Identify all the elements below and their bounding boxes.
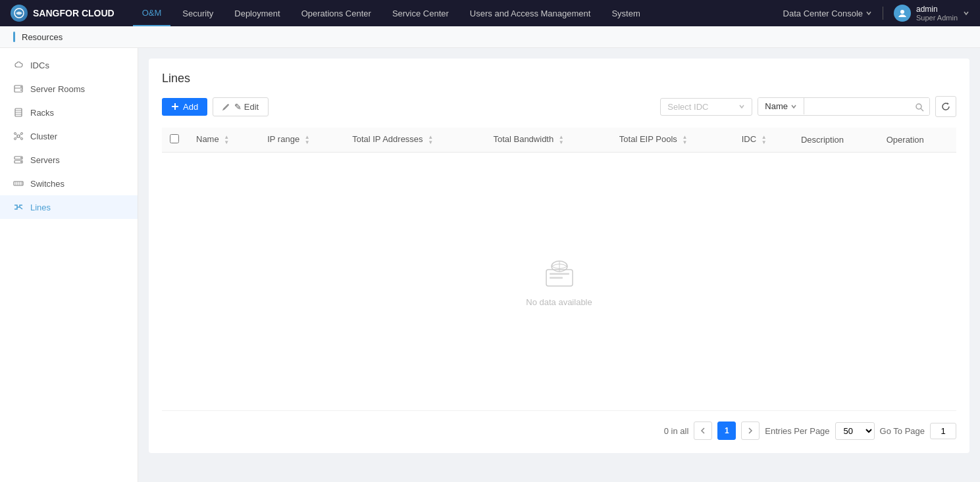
data-table: Name ▲ ▼ IP range ▲ (162, 128, 956, 153)
sort-idc[interactable]: ▲ ▼ (761, 135, 767, 145)
nav-item-system[interactable]: System (602, 0, 649, 26)
servers-icon (13, 155, 24, 165)
nav-item-users-access[interactable]: Users and Access Management (461, 0, 600, 26)
goto-page-input[interactable] (930, 423, 956, 439)
svg-point-1 (900, 10, 904, 14)
nav-item-om[interactable]: O&M (133, 0, 171, 26)
sidebar-label-server-rooms: Server Rooms (30, 84, 85, 94)
edit-icon (222, 103, 230, 110)
col-idc: IDC ▲ ▼ (734, 128, 793, 153)
empty-state: No data available (162, 153, 956, 410)
col-operation: Operation (879, 128, 956, 153)
sidebar-item-lines[interactable]: Lines (0, 195, 138, 219)
sidebar-item-server-rooms[interactable]: Server Rooms (0, 77, 138, 101)
switches-icon (13, 178, 24, 189)
brand-name: SANGFOR CLOUD (33, 8, 115, 18)
page-layout: Resources IDCs (0, 26, 980, 482)
sidebar-item-racks[interactable]: Racks (0, 101, 138, 124)
sort-name[interactable]: ▲ ▼ (224, 135, 229, 145)
search-container: Name (758, 97, 930, 115)
svg-point-4 (20, 86, 22, 87)
next-page-button[interactable] (741, 422, 760, 440)
select-all-checkbox[interactable] (170, 134, 179, 143)
user-dropdown-icon (963, 10, 969, 16)
sidebar-label-idcs: IDCs (30, 60, 49, 70)
sidebar-item-idcs[interactable]: IDCs (0, 53, 138, 77)
user-profile[interactable]: admin Super Admin (894, 5, 969, 22)
nav-item-operations-center[interactable]: Operations Center (292, 0, 380, 26)
sort-total-ip[interactable]: ▲ ▼ (428, 135, 433, 145)
add-button[interactable]: Add (162, 98, 207, 116)
edit-label: ✎ Edit (234, 102, 259, 112)
user-role: Super Admin (916, 14, 958, 22)
svg-line-17 (16, 137, 18, 138)
page-card: Lines Add ✎ Edit (149, 59, 969, 453)
no-data-icon (540, 256, 579, 289)
page-1-button[interactable]: 1 (717, 422, 736, 440)
refresh-icon (941, 102, 950, 111)
plus-icon (171, 103, 179, 110)
nav-item-deployment[interactable]: Deployment (225, 0, 289, 26)
chevron-right-icon (748, 427, 753, 434)
topnav-right: Data Center Console admin Super Admin (783, 5, 969, 22)
toolbar: Add ✎ Edit Select IDC (162, 96, 956, 117)
sort-ip-range[interactable]: ▲ ▼ (305, 135, 310, 145)
entries-label: Entries Per Page (765, 426, 829, 436)
logo-icon (11, 5, 28, 22)
lines-icon (13, 202, 24, 212)
pagination-bar: 0 in all 1 Entries Per Page 50 100 200 (162, 410, 956, 440)
sidebar-item-switches[interactable]: Switches (0, 172, 138, 195)
svg-point-22 (20, 161, 22, 162)
page-number: 1 (725, 426, 729, 435)
breadcrumb-text: Resources (22, 32, 63, 42)
breadcrumb: Resources (0, 26, 980, 48)
svg-point-10 (17, 135, 20, 137)
nav-item-security[interactable]: Security (173, 0, 222, 26)
add-label: Add (183, 102, 198, 112)
cloud-icon (13, 60, 24, 70)
user-details: admin Super Admin (916, 5, 958, 22)
search-field-dropdown-icon (790, 103, 797, 110)
cluster-icon (13, 131, 24, 141)
svg-line-16 (20, 134, 21, 135)
user-avatar-icon (898, 9, 907, 18)
nav-item-service-center[interactable]: Service Center (383, 0, 458, 26)
col-total-ip: Total IP Addresses ▲ ▼ (344, 128, 485, 153)
content-area: IDCs Server Rooms (0, 48, 980, 482)
search-field-label: Name (765, 101, 788, 111)
entries-per-page-select[interactable]: 50 100 200 (835, 422, 875, 440)
toolbar-right: Select IDC Name (660, 96, 956, 117)
sidebar-item-cluster[interactable]: Cluster (0, 124, 138, 148)
idc-selector[interactable]: Select IDC (660, 98, 752, 116)
edit-button[interactable]: ✎ Edit (213, 97, 269, 116)
svg-point-30 (916, 104, 921, 109)
search-button[interactable] (910, 98, 929, 114)
col-ip-range: IP range ▲ ▼ (259, 128, 344, 153)
svg-rect-34 (550, 277, 563, 279)
select-all-header[interactable] (162, 128, 188, 153)
svg-point-14 (21, 138, 23, 140)
idc-placeholder: Select IDC (667, 102, 708, 112)
nav-divider (883, 7, 883, 20)
console-selector[interactable]: Data Center Console (783, 9, 872, 18)
prev-page-button[interactable] (694, 422, 712, 440)
sidebar: IDCs Server Rooms (0, 48, 138, 482)
svg-line-15 (16, 134, 18, 135)
sidebar-label-cluster: Cluster (30, 132, 57, 141)
sort-total-eip[interactable]: ▲ ▼ (682, 135, 687, 145)
server-room-icon (13, 84, 24, 94)
search-icon (915, 103, 924, 112)
brand-logo: SANGFOR CLOUD (11, 5, 115, 22)
sidebar-item-servers[interactable]: Servers (0, 148, 138, 172)
svg-line-18 (20, 137, 21, 138)
empty-icon (540, 256, 579, 289)
search-input[interactable] (804, 98, 910, 114)
user-name: admin (916, 5, 958, 14)
svg-point-21 (20, 157, 22, 158)
sort-total-bandwidth[interactable]: ▲ ▼ (559, 135, 564, 145)
table-header-row: Name ▲ ▼ IP range ▲ (162, 128, 956, 153)
sidebar-label-lines: Lines (30, 203, 51, 212)
refresh-button[interactable] (935, 96, 956, 117)
search-field-selector[interactable]: Name (758, 98, 804, 114)
total-count: 0 in all (664, 426, 689, 436)
